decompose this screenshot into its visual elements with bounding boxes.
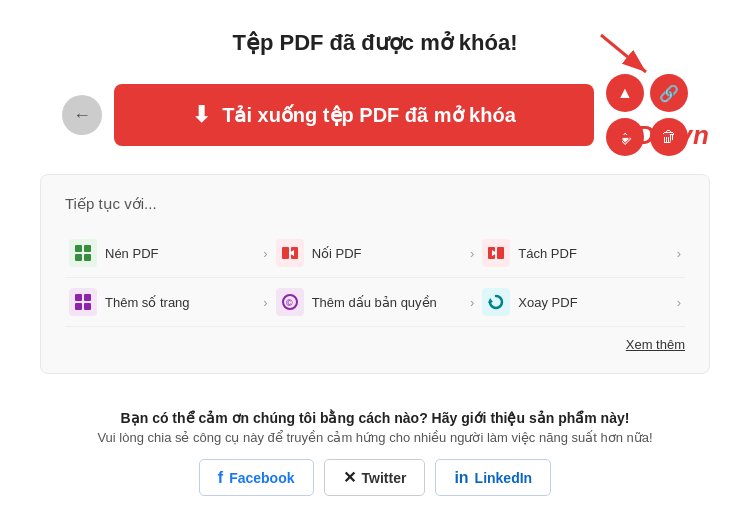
google-drive-icon: ▲ (617, 84, 633, 102)
back-icon: ← (73, 105, 91, 126)
svg-rect-14 (75, 303, 82, 310)
tool-tach-pdf[interactable]: Tách PDF › (478, 229, 685, 278)
side-icons-top: ▲ 🔗 (606, 74, 688, 112)
share-buttons: f Facebook ✕ Twitter in LinkedIn (40, 459, 710, 496)
tool-noi-pdf[interactable]: Nối PDF › (272, 229, 479, 278)
them-dau-ban-quyen-icon: © (276, 288, 304, 316)
svg-rect-3 (84, 245, 91, 252)
pdfvn-logo: PDF.vn (617, 120, 710, 151)
noi-pdf-chevron: › (470, 246, 474, 261)
svg-rect-4 (75, 254, 82, 261)
svg-marker-18 (488, 298, 493, 303)
them-dau-ban-quyen-chevron: › (470, 295, 474, 310)
facebook-icon: f (218, 469, 223, 487)
share-section: Bạn có thể cảm ơn chúng tôi bằng cách nà… (40, 394, 710, 504)
them-so-trang-chevron: › (263, 295, 267, 310)
google-drive-button[interactable]: ▲ (606, 74, 644, 112)
tool-them-so-trang[interactable]: Thêm số trang › (65, 278, 272, 327)
linkedin-share-button[interactable]: in LinkedIn (435, 459, 551, 496)
download-button[interactable]: ⬇ Tải xuống tệp PDF đã mở khóa (114, 84, 594, 146)
svg-rect-6 (282, 247, 289, 259)
noi-pdf-icon (276, 239, 304, 267)
facebook-label: Facebook (229, 470, 294, 486)
see-more-container: Xem thêm (65, 335, 685, 353)
xoay-pdf-chevron: › (677, 295, 681, 310)
svg-rect-12 (75, 294, 82, 301)
twitter-share-button[interactable]: ✕ Twitter (324, 459, 426, 496)
them-so-trang-label: Thêm số trang (105, 295, 255, 310)
them-dau-ban-quyen-label: Thêm dấu bản quyền (312, 295, 462, 310)
tool-them-dau-ban-quyen[interactable]: © Thêm dấu bản quyền › (272, 278, 479, 327)
svg-rect-15 (84, 303, 91, 310)
tool-nen-pdf[interactable]: Nén PDF › (65, 229, 272, 278)
xoay-pdf-label: Xoay PDF (518, 295, 668, 310)
see-more-link[interactable]: Xem thêm (626, 337, 685, 352)
them-so-trang-icon (69, 288, 97, 316)
svg-rect-13 (84, 294, 91, 301)
linkedin-label: LinkedIn (475, 470, 533, 486)
download-label: Tải xuống tệp PDF đã mở khóa (222, 103, 516, 127)
tools-grid: Nén PDF › Nối PDF › Tách PDF › (65, 229, 685, 327)
svg-rect-5 (84, 254, 91, 261)
svg-rect-2 (75, 245, 82, 252)
nen-pdf-chevron: › (263, 246, 267, 261)
continue-section: Tiếp tục với... Nén PDF › Nối PDF › (40, 174, 710, 374)
svg-text:©: © (286, 298, 293, 308)
page-title: Tệp PDF đã được mở khóa! (40, 30, 710, 56)
twitter-label: Twitter (362, 470, 407, 486)
facebook-share-button[interactable]: f Facebook (199, 459, 314, 496)
tach-pdf-chevron: › (677, 246, 681, 261)
tach-pdf-icon (482, 239, 510, 267)
download-icon: ⬇ (192, 102, 210, 128)
svg-rect-10 (497, 247, 504, 259)
back-button[interactable]: ← (62, 95, 102, 135)
noi-pdf-label: Nối PDF (312, 246, 462, 261)
link-button[interactable]: 🔗 (650, 74, 688, 112)
twitter-icon: ✕ (343, 468, 356, 487)
continue-title: Tiếp tục với... (65, 195, 685, 213)
action-row: ← ⬇ Tải xuống tệp PDF đã mở khóa (40, 74, 710, 156)
tool-xoay-pdf[interactable]: Xoay PDF › (478, 278, 685, 327)
share-title: Bạn có thể cảm ơn chúng tôi bằng cách nà… (40, 410, 710, 426)
share-subtitle: Vui lòng chia sẻ công cụ này để truyền c… (40, 430, 710, 445)
main-container: Tệp PDF đã được mở khóa! ← ⬇ Tải xuống t… (0, 0, 750, 512)
tach-pdf-label: Tách PDF (518, 246, 668, 261)
nen-pdf-icon (69, 239, 97, 267)
nen-pdf-label: Nén PDF (105, 246, 255, 261)
link-icon: 🔗 (659, 84, 679, 103)
linkedin-icon: in (454, 469, 468, 487)
xoay-pdf-icon (482, 288, 510, 316)
